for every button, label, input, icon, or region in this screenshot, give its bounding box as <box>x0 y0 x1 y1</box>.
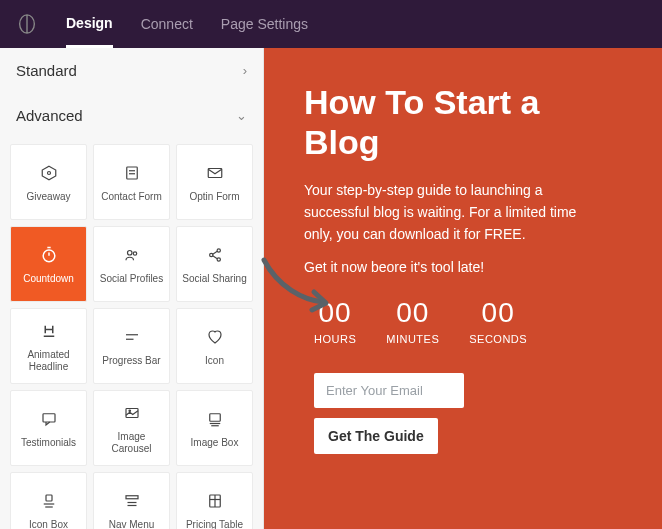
timer-seconds: 00 SECONDS <box>469 297 527 345</box>
chevron-right-icon: › <box>243 63 247 78</box>
widget-social-profiles[interactable]: Social Profiles <box>93 226 170 302</box>
imagebox-icon <box>206 408 224 430</box>
timer-value: 00 <box>314 297 356 329</box>
svg-point-12 <box>217 258 220 261</box>
widget-image-box[interactable]: Image Box <box>176 390 253 466</box>
headline-icon <box>40 320 58 342</box>
svg-rect-22 <box>126 409 138 418</box>
svg-rect-4 <box>208 168 222 177</box>
countdown-timer: 00 HOURS 00 MINUTES 00 SECONDS <box>314 297 622 345</box>
menu-icon <box>123 490 141 512</box>
cta-text: Get it now beore it's tool late! <box>304 259 622 275</box>
widget-sidebar: Standard › Advanced ⌄ Giveaway Contact F… <box>0 48 264 529</box>
widget-social-sharing[interactable]: Social Sharing <box>176 226 253 302</box>
heart-icon <box>206 326 224 348</box>
page-title: How To Start a Blog <box>304 82 622 162</box>
widget-label: Optin Form <box>189 191 239 203</box>
svg-rect-24 <box>209 414 220 422</box>
widget-label: Image Carousel <box>98 431 165 454</box>
page-canvas: How To Start a Blog Your step-by-step gu… <box>264 48 662 529</box>
form-icon <box>123 162 141 184</box>
chevron-down-icon: ⌄ <box>236 108 247 123</box>
giveaway-icon <box>40 162 58 184</box>
svg-point-8 <box>127 250 132 255</box>
svg-line-14 <box>212 256 217 259</box>
share-icon <box>206 244 224 266</box>
widget-label: Giveaway <box>27 191 71 203</box>
top-navigation: Design Connect Page Settings <box>0 0 662 48</box>
iconbox-icon <box>40 490 58 512</box>
svg-rect-27 <box>46 495 52 501</box>
section-label: Advanced <box>16 107 83 124</box>
widget-image-carousel[interactable]: Image Carousel <box>93 390 170 466</box>
timer-value: 00 <box>469 297 527 329</box>
widget-icon-box[interactable]: Icon Box <box>10 472 87 529</box>
widget-label: Nav Menu <box>109 519 155 529</box>
widget-label: Contact Form <box>101 191 162 203</box>
svg-rect-1 <box>126 167 137 179</box>
pricing-icon <box>206 490 224 512</box>
widget-label: Testimonials <box>21 437 76 449</box>
get-guide-button[interactable]: Get The Guide <box>314 418 438 454</box>
widget-label: Animated Headline <box>15 349 82 372</box>
svg-point-10 <box>217 249 220 252</box>
people-icon <box>123 244 141 266</box>
svg-line-13 <box>212 251 217 254</box>
svg-point-11 <box>209 253 212 256</box>
svg-rect-30 <box>126 496 138 499</box>
carousel-icon <box>123 402 141 424</box>
widget-grid: Giveaway Contact Form Optin Form Countdo… <box>0 138 263 529</box>
timer-label: MINUTES <box>386 333 439 345</box>
widget-testimonials[interactable]: Testimonials <box>10 390 87 466</box>
tab-design[interactable]: Design <box>66 1 113 48</box>
widget-label: Pricing Table <box>186 519 243 529</box>
section-standard[interactable]: Standard › <box>0 48 263 93</box>
widget-contact-form[interactable]: Contact Form <box>93 144 170 220</box>
timer-hours: 00 HOURS <box>314 297 356 345</box>
svg-rect-21 <box>43 414 55 422</box>
widget-label: Social Sharing <box>182 273 246 285</box>
widget-label: Countdown <box>23 273 74 285</box>
svg-point-23 <box>129 410 131 412</box>
widget-giveaway[interactable]: Giveaway <box>10 144 87 220</box>
envelope-icon <box>206 162 224 184</box>
logo-icon <box>16 13 38 35</box>
section-label: Standard <box>16 62 77 79</box>
timer-label: SECONDS <box>469 333 527 345</box>
svg-point-9 <box>133 252 136 255</box>
tab-page-settings[interactable]: Page Settings <box>221 2 308 46</box>
email-field[interactable] <box>314 373 464 408</box>
widget-label: Icon Box <box>29 519 68 529</box>
widget-label: Progress Bar <box>102 355 160 367</box>
widget-label: Icon <box>205 355 224 367</box>
widget-pricing-table[interactable]: Pricing Table <box>176 472 253 529</box>
progress-icon <box>123 326 141 348</box>
svg-point-0 <box>47 171 50 174</box>
tab-connect[interactable]: Connect <box>141 2 193 46</box>
timer-label: HOURS <box>314 333 356 345</box>
widget-animated-headline[interactable]: Animated Headline <box>10 308 87 384</box>
chat-icon <box>40 408 58 430</box>
widget-label: Social Profiles <box>100 273 163 285</box>
timer-icon <box>39 244 59 266</box>
widget-countdown[interactable]: Countdown <box>10 226 87 302</box>
section-advanced[interactable]: Advanced ⌄ <box>0 93 263 138</box>
widget-icon[interactable]: Icon <box>176 308 253 384</box>
timer-minutes: 00 MINUTES <box>386 297 439 345</box>
widget-label: Image Box <box>191 437 239 449</box>
widget-nav-menu[interactable]: Nav Menu <box>93 472 170 529</box>
timer-value: 00 <box>386 297 439 329</box>
widget-optin-form[interactable]: Optin Form <box>176 144 253 220</box>
widget-progress-bar[interactable]: Progress Bar <box>93 308 170 384</box>
page-subtitle: Your step-by-step guide to launching a s… <box>304 180 604 245</box>
